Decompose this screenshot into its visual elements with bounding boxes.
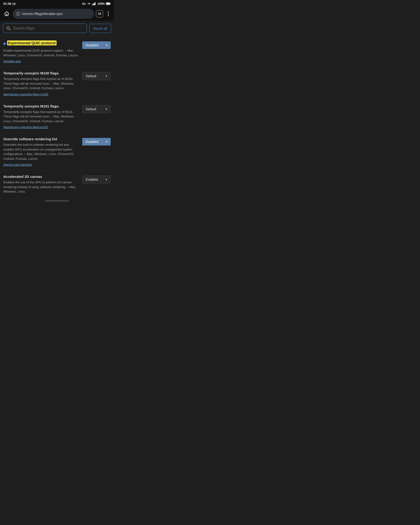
status-icons: 100% — [82, 2, 111, 5]
flag-dropdown[interactable]: Disabled ▾ — [82, 41, 111, 49]
flag-control[interactable]: Enabled ▾ — [82, 176, 111, 184]
chevron-down-icon: ▾ — [106, 107, 107, 111]
flag-item: Temporarily unexpire M100 flags. Tempora… — [0, 67, 114, 100]
menu-dot-1 — [108, 11, 109, 12]
menu-dot-3 — [108, 15, 109, 16]
svg-rect-9 — [95, 2, 95, 5]
scroll-indicator — [45, 200, 69, 201]
flag-title: Override software rendering list — [3, 137, 79, 141]
menu-dot-2 — [108, 13, 109, 14]
chevron-down-icon: ▾ — [106, 178, 107, 181]
flag-content: Experimental QUIC protocol Enable experi… — [3, 40, 79, 63]
dropdown-value: Default — [86, 107, 96, 111]
svg-point-2 — [83, 3, 84, 4]
time-text: 01:36 — [3, 2, 11, 5]
home-button[interactable] — [2, 9, 11, 18]
search-box[interactable] — [3, 24, 87, 33]
flag-item: Experimental QUIC protocol Enable experi… — [0, 36, 114, 67]
scroll-hint — [0, 199, 114, 203]
status-bar: 01:36 100% — [0, 0, 114, 7]
status-time: 01:36 — [3, 2, 16, 5]
flag-content: Temporarily unexpire M100 flags. Tempora… — [3, 71, 79, 96]
flag-dot — [3, 43, 6, 45]
flag-desc: Overrides the built-in software renderin… — [3, 142, 79, 161]
menu-button[interactable] — [105, 11, 112, 16]
battery-text: 100% — [97, 2, 105, 5]
search-icon — [6, 26, 11, 30]
dropdown-value: Enabled — [86, 178, 98, 181]
url-text: chrome://flags/#enable-quic — [22, 12, 91, 16]
home-icon — [4, 11, 9, 16]
flag-control[interactable]: Default ▾ — [82, 72, 111, 80]
flag-desc: Temporarily unexpire flags that expired … — [3, 76, 79, 91]
battery-icon — [106, 2, 111, 5]
flag-desc: Temporarily unexpire flags that expired … — [3, 110, 79, 124]
tab-count-button[interactable]: 13 — [96, 10, 103, 17]
flag-item: Accelerated 2D canvas Enables the use of… — [0, 170, 114, 199]
svg-point-15 — [18, 13, 18, 13]
chevron-down-icon: ▾ — [106, 75, 107, 78]
dropdown-value: Disabled — [85, 43, 98, 47]
media-icon — [12, 3, 16, 5]
flag-desc: Enables the use of the GPU to perform 2d… — [3, 180, 79, 194]
svg-rect-0 — [12, 3, 15, 5]
wifi-icon — [87, 2, 91, 5]
flag-dropdown[interactable]: Enabled ▾ — [82, 176, 111, 184]
flag-desc: Enable experimental QUIC protocol suppor… — [3, 48, 79, 57]
flag-dropdown[interactable]: Default ▾ — [82, 72, 111, 80]
flag-title: Temporarily unexpire M100 flags. — [3, 71, 79, 75]
nav-bar: chrome://flags/#enable-quic 13 — [0, 7, 114, 21]
reset-all-button[interactable]: Reset all — [89, 24, 111, 33]
flag-link[interactable]: #enable-quic — [3, 59, 21, 63]
flag-control[interactable]: Default ▾ — [82, 105, 111, 113]
flag-content: Override software rendering list Overrid… — [3, 137, 79, 167]
dropdown-value: Default — [86, 74, 96, 78]
flags-list: Experimental QUIC protocol Enable experi… — [0, 36, 114, 199]
flag-content: Temporarily unexpire M101 flags. Tempora… — [3, 104, 79, 129]
chevron-down-icon: ▾ — [106, 44, 107, 47]
chevron-down-icon: ▾ — [106, 140, 107, 143]
dropdown-value: Disabled — [85, 140, 98, 144]
flag-item: Temporarily unexpire M101 flags. Tempora… — [0, 100, 114, 133]
info-icon — [16, 12, 20, 16]
flag-title: Accelerated 2D canvas — [3, 175, 79, 178]
svg-rect-6 — [92, 4, 93, 5]
svg-rect-8 — [94, 3, 95, 5]
address-bar[interactable]: chrome://flags/#enable-quic — [13, 9, 94, 19]
svg-rect-11 — [106, 3, 110, 5]
flag-dropdown[interactable]: Disabled ▾ — [82, 138, 111, 146]
signal-icon — [92, 2, 96, 5]
vpn-key-icon — [82, 2, 86, 5]
flag-link[interactable]: #temporary-unexpire-flags-m101 — [3, 125, 48, 129]
flag-title: Temporarily unexpire M101 flags. — [3, 104, 79, 108]
flag-link[interactable]: #ignore-gpu-blocklist — [3, 163, 32, 167]
flag-link[interactable]: #temporary-unexpire-flags-m100 — [3, 93, 48, 96]
flag-title-wrapper: Experimental QUIC protocol — [3, 40, 79, 47]
svg-rect-7 — [93, 4, 94, 5]
svg-line-17 — [9, 29, 10, 30]
tab-count: 13 — [98, 12, 101, 15]
flag-control[interactable]: Disabled ▾ — [82, 41, 111, 49]
flag-item: Override software rendering list Overrid… — [0, 133, 114, 170]
flag-dropdown[interactable]: Default ▾ — [82, 105, 111, 113]
search-area: Reset all — [0, 21, 114, 36]
flag-title: Experimental QUIC protocol — [7, 40, 56, 46]
search-input[interactable] — [13, 26, 83, 30]
flag-control[interactable]: Disabled ▾ — [82, 138, 111, 146]
flag-content: Accelerated 2D canvas Enables the use of… — [3, 175, 79, 196]
